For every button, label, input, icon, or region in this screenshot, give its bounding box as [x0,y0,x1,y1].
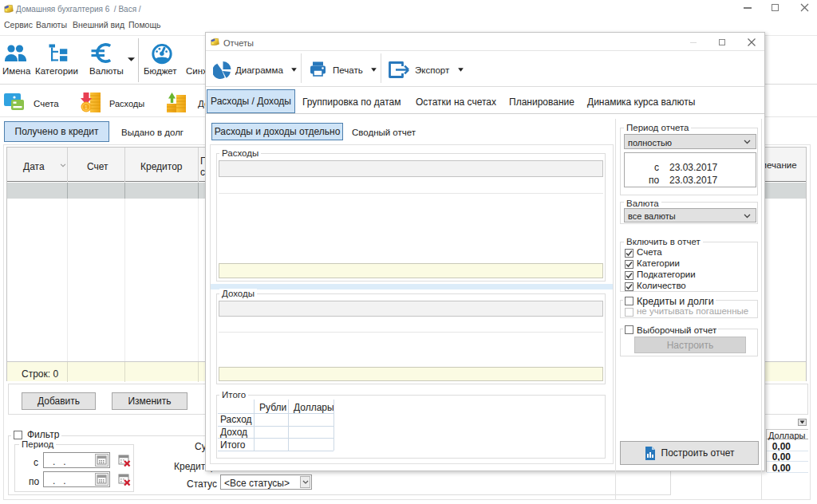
svg-text:1: 1 [85,104,88,110]
